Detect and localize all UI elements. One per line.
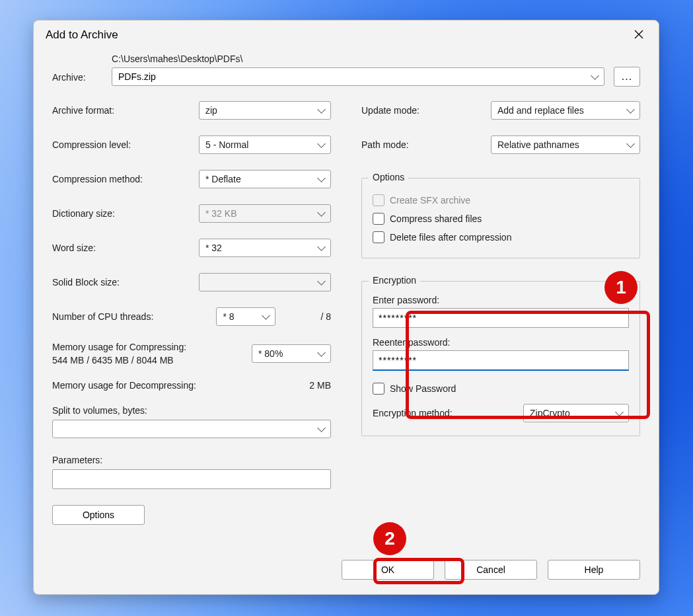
split-label: Split to volumes, bytes: xyxy=(52,405,331,416)
left-column: Archive format: zip Compression level: 5… xyxy=(52,101,331,525)
dialog-footer: OK Cancel Help xyxy=(34,556,659,594)
cancel-button[interactable]: Cancel xyxy=(445,560,537,580)
compression-method-label: Compression method: xyxy=(52,174,199,184)
archive-label: Archive: xyxy=(52,72,112,87)
enter-password-label: Enter password: xyxy=(373,295,629,305)
options-button[interactable]: Options xyxy=(52,505,145,525)
compress-shared-checkbox[interactable] xyxy=(373,213,384,225)
mem-compress-line: 544 MB / 6435 MB / 8044 MB xyxy=(52,355,252,366)
dictionary-size-select[interactable]: * 32 KB xyxy=(199,204,331,223)
encryption-group-title: Encryption xyxy=(369,275,420,286)
solid-block-select xyxy=(199,273,331,291)
compression-level-select[interactable]: 5 - Normal xyxy=(199,135,331,154)
cpu-threads-total: / 8 xyxy=(320,311,331,322)
update-mode-select[interactable]: Add and replace files xyxy=(491,101,640,120)
mem-decompress-value: 2 MB xyxy=(309,380,331,391)
reenter-password-input[interactable] xyxy=(373,350,629,371)
cpu-threads-select[interactable]: * 8 xyxy=(216,307,275,326)
path-mode-label: Path mode: xyxy=(361,139,491,150)
update-mode-label: Update mode: xyxy=(361,105,491,116)
sfx-label: Create SFX archive xyxy=(390,195,470,206)
split-input[interactable] xyxy=(52,420,331,438)
close-button[interactable] xyxy=(630,27,648,43)
cpu-threads-label: Number of CPU threads: xyxy=(52,311,216,322)
parameters-input[interactable] xyxy=(52,469,331,489)
dialog-title: Add to Archive xyxy=(46,28,118,42)
password-input[interactable] xyxy=(373,308,629,328)
path-mode-select[interactable]: Relative pathnames xyxy=(491,135,640,154)
sfx-checkbox xyxy=(373,194,384,206)
options-group-title: Options xyxy=(369,172,408,182)
show-password-checkbox[interactable] xyxy=(373,383,384,395)
add-to-archive-dialog: Add to Archive Archive: C:\Users\mahes\D… xyxy=(33,20,659,595)
titlebar: Add to Archive xyxy=(34,20,659,48)
encryption-group: Encryption Enter password: Reenter passw… xyxy=(361,281,640,436)
delete-after-label: Delete files after compression xyxy=(390,232,511,243)
ok-button[interactable]: OK xyxy=(342,560,434,580)
right-column: Update mode: Add and replace files Path … xyxy=(361,101,640,525)
solid-block-label: Solid Block size: xyxy=(52,277,199,288)
compress-shared-label: Compress shared files xyxy=(390,213,482,224)
archive-filename-input[interactable] xyxy=(112,67,604,86)
archive-format-select[interactable]: zip xyxy=(199,101,331,120)
close-icon xyxy=(634,29,644,40)
browse-button[interactable]: ... xyxy=(614,67,640,87)
archive-format-label: Archive format: xyxy=(52,105,199,116)
reenter-password-label: Reenter password: xyxy=(373,337,629,348)
archive-path: C:\Users\mahes\Desktop\PDFs\ xyxy=(112,54,640,64)
word-size-label: Word size: xyxy=(52,243,199,253)
encryption-method-label: Encryption method: xyxy=(373,408,523,418)
help-button[interactable]: Help xyxy=(548,560,640,580)
mem-compress-select[interactable]: * 80% xyxy=(252,344,331,363)
show-password-label: Show Password xyxy=(390,383,456,394)
compression-method-select[interactable]: * Deflate xyxy=(199,170,331,188)
word-size-select[interactable]: * 32 xyxy=(199,239,331,257)
dictionary-size-label: Dictionary size: xyxy=(52,208,199,219)
parameters-label: Parameters: xyxy=(52,455,331,465)
compression-level-label: Compression level: xyxy=(52,139,199,150)
mem-compress-label: Memory usage for Compressing: xyxy=(52,342,252,352)
encryption-method-select[interactable]: ZipCrypto xyxy=(523,404,629,422)
options-group: Options Create SFX archive Compress shar… xyxy=(361,178,640,258)
mem-decompress-label: Memory usage for Decompressing: xyxy=(52,380,196,391)
delete-after-checkbox[interactable] xyxy=(373,231,384,243)
